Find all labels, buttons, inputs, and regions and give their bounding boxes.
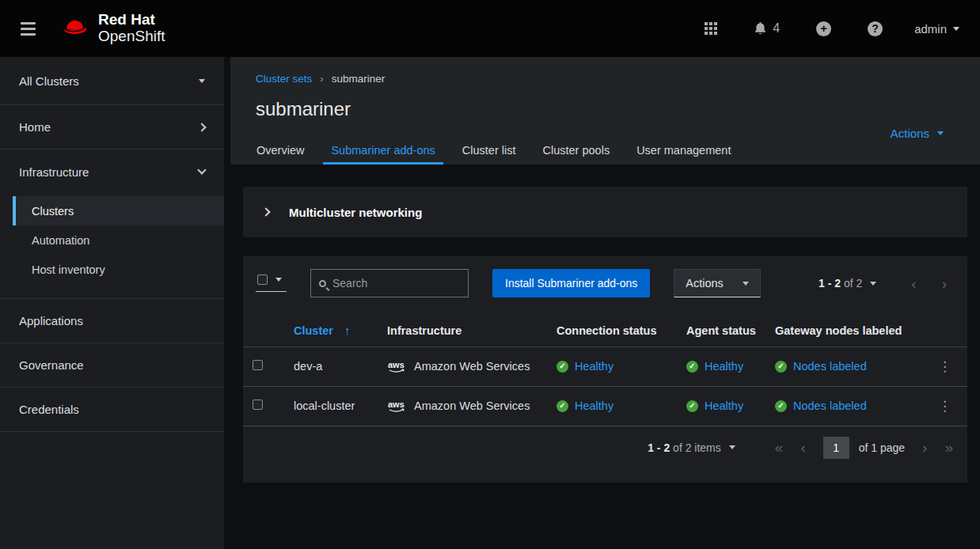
infrastructure-label: Amazon Web Services — [414, 360, 530, 373]
kebab-menu-icon[interactable]: ⋮ — [932, 358, 958, 375]
tab-cluster-pools[interactable]: Cluster pools — [535, 144, 618, 165]
bulk-select-dropdown[interactable] — [256, 274, 287, 292]
masthead: Red Hat OpenShift 4 + ? admin — [0, 0, 980, 57]
next-page-icon[interactable]: › — [922, 440, 927, 455]
search-input[interactable] — [332, 277, 460, 290]
caret-down-icon — [937, 131, 944, 135]
connection-status-link[interactable]: Healthy — [575, 399, 613, 412]
chevron-down-icon — [197, 165, 206, 174]
current-page-input[interactable] — [823, 437, 849, 459]
aws-icon: aws — [387, 360, 408, 373]
caret-down-icon[interactable] — [729, 445, 735, 449]
column-header-cluster[interactable]: Cluster↑ — [284, 315, 378, 346]
agent-status-link[interactable]: Healthy — [705, 360, 743, 373]
gateway-nodes-link[interactable]: Nodes labeled — [793, 360, 867, 373]
brand-line1: Red Hat — [98, 12, 165, 28]
gateway-nodes-link[interactable]: Nodes labeled — [793, 399, 867, 412]
pagination-range-of: of 2 — [844, 277, 862, 290]
table-actions-dropdown[interactable]: Actions — [674, 269, 761, 297]
row-checkbox[interactable] — [253, 399, 263, 410]
chevron-right-icon — [197, 123, 206, 131]
pagination-range-of: of 2 items — [673, 441, 721, 454]
sidebar-item-host-inventory[interactable]: Host inventory — [13, 255, 224, 284]
tab-user-management[interactable]: User management — [629, 144, 739, 165]
row-checkbox[interactable] — [253, 360, 263, 370]
bell-icon — [754, 21, 767, 36]
cluster-name: local-cluster — [284, 386, 378, 426]
sidebar-item-infrastructure[interactable]: Infrastructure — [0, 150, 224, 194]
select-all-checkbox[interactable] — [257, 274, 268, 285]
cluster-switcher-label: All Clusters — [19, 74, 79, 88]
check-circle-icon: ✓ — [686, 361, 698, 373]
sidebar-item-credentials[interactable]: Credentials — [0, 388, 224, 432]
page-actions-dropdown[interactable]: Actions — [891, 127, 944, 140]
pagination-range[interactable]: 1 - 2 of 2 items — [648, 441, 721, 454]
app-launcher-icon[interactable] — [705, 22, 717, 35]
sidebar-item-label: Home — [19, 120, 51, 134]
quick-create-plus-icon[interactable]: + — [816, 21, 831, 36]
agent-status-link[interactable]: Healthy — [705, 399, 743, 412]
breadcrumb: Cluster sets › submariner — [256, 73, 385, 85]
openshift-console: { "masthead": { "brand_line1": "Red Hat"… — [0, 0, 980, 549]
connection-status-link[interactable]: Healthy — [575, 360, 613, 373]
pagination-top: 1 - 2 of 2 ‹ › — [819, 276, 947, 291]
tab-submariner-add-ons[interactable]: Submariner add-ons — [323, 144, 443, 165]
pagination-bottom: 1 - 2 of 2 items « ‹ of 1 page › » — [243, 426, 967, 459]
search-field[interactable] — [310, 269, 469, 297]
page-actions-label: Actions — [891, 127, 929, 140]
page-count-label: of 1 page — [859, 441, 905, 454]
table-toolbar: Install Submariner add-ons Actions 1 - 2… — [243, 256, 967, 297]
check-circle-icon: ✓ — [775, 361, 787, 373]
table-row: local-cluster aws Amazon Web Services ✓ … — [243, 386, 967, 426]
next-page-icon[interactable]: › — [942, 276, 947, 291]
last-page-icon[interactable]: » — [944, 440, 953, 455]
breadcrumb-current: submariner — [332, 73, 386, 85]
aws-icon: aws — [387, 399, 408, 413]
nav-toggle-hamburger-icon[interactable] — [21, 22, 36, 36]
multicluster-networking-card: Multicluster networking — [243, 187, 967, 237]
expandable-card-title: Multicluster networking — [289, 206, 422, 219]
pagination-range[interactable]: 1 - 2 of 2 — [819, 277, 862, 290]
page-header: Cluster sets › submariner submariner Ove… — [230, 57, 980, 165]
first-page-icon[interactable]: « — [775, 440, 784, 455]
pagination-range-values: 1 - 2 — [819, 277, 841, 290]
notifications-button[interactable]: 4 — [754, 21, 780, 36]
tab-overview[interactable]: Overview — [249, 144, 312, 165]
notification-count: 4 — [773, 21, 780, 36]
sidebar-subitem-label: Host inventory — [32, 263, 105, 276]
column-header-infrastructure: Infrastructure — [378, 315, 547, 346]
header-kebab-cell — [922, 315, 967, 346]
check-circle-icon: ✓ — [775, 400, 787, 412]
sort-ascending-icon: ↑ — [344, 324, 351, 337]
table-actions-label: Actions — [686, 277, 724, 290]
username: admin — [914, 22, 947, 36]
column-header-gateway-nodes: Gateway nodes labeled — [765, 315, 922, 346]
install-submariner-button[interactable]: Install Submariner add-ons — [492, 269, 650, 297]
page-title: submariner — [256, 98, 351, 120]
svg-text:aws: aws — [388, 360, 405, 369]
caret-down-icon[interactable] — [870, 282, 876, 286]
kebab-menu-icon[interactable]: ⋮ — [932, 398, 958, 415]
cluster-switcher[interactable]: All Clusters — [0, 57, 224, 105]
breadcrumb-link-cluster-sets[interactable]: Cluster sets — [256, 73, 312, 85]
previous-page-icon[interactable]: ‹ — [800, 440, 805, 455]
sidebar-item-label: Governance — [19, 358, 84, 372]
sidebar-item-governance[interactable]: Governance — [0, 343, 224, 388]
sidebar-item-applications[interactable]: Applications — [0, 299, 224, 343]
sidebar-item-clusters[interactable]: Clusters — [13, 196, 224, 225]
header-checkbox-cell — [243, 315, 284, 346]
clusters-table: Cluster↑ Infrastructure Connection statu… — [243, 315, 967, 426]
user-menu[interactable]: admin — [914, 22, 959, 36]
chevron-right-icon — [261, 207, 270, 216]
brand-line2: OpenShift — [98, 28, 165, 45]
tab-cluster-list[interactable]: Cluster list — [454, 144, 524, 165]
sidebar-item-automation[interactable]: Automation — [13, 225, 224, 255]
infrastructure-subnav: Clusters Automation Host inventory — [0, 194, 224, 299]
help-icon[interactable]: ? — [868, 21, 883, 36]
sidebar-item-label: Applications — [19, 314, 83, 328]
caret-down-icon — [199, 79, 205, 83]
previous-page-icon[interactable]: ‹ — [911, 276, 916, 291]
column-header-connection-status: Connection status — [547, 315, 677, 346]
sidebar-item-home[interactable]: Home — [0, 105, 224, 150]
expand-toggle[interactable] — [243, 209, 289, 215]
